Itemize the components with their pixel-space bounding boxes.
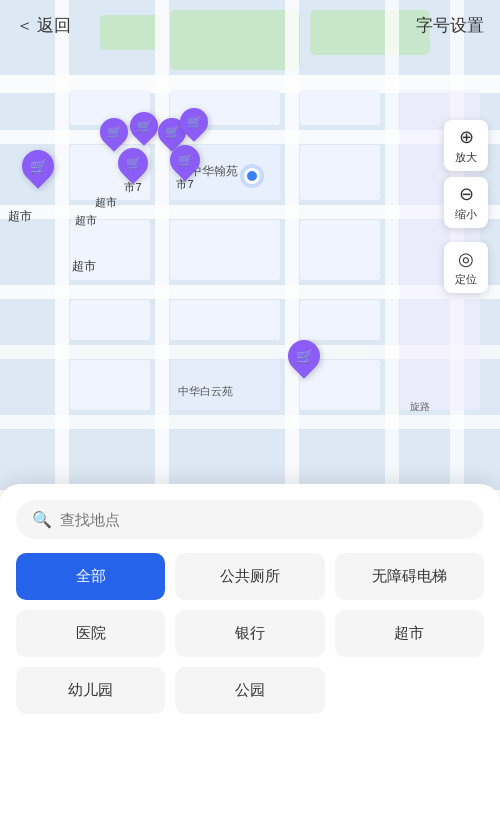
zoom-in-button[interactable]: ⊕ 放大: [444, 120, 488, 171]
zoom-out-icon: ⊖: [459, 183, 474, 205]
locate-label: 定位: [455, 272, 477, 287]
bottom-panel: 🔍 全部 公共厕所 无障碍电梯 医院 银行 超市 幼儿园 公园: [0, 484, 500, 824]
category-grid: 全部 公共厕所 无障碍电梯 医院 银行 超市 幼儿园 公园: [16, 553, 484, 714]
svg-rect-13: [385, 0, 399, 490]
svg-text:超市: 超市: [8, 209, 32, 223]
user-location-dot: [244, 168, 260, 184]
svg-text:旋路: 旋路: [410, 401, 430, 412]
search-input[interactable]: [60, 511, 468, 528]
category-button-elevator[interactable]: 无障碍电梯: [335, 553, 484, 600]
map-controls: ⊕ 放大 ⊖ 缩小 ◎ 定位: [444, 120, 488, 293]
search-bar[interactable]: 🔍: [16, 500, 484, 539]
svg-rect-23: [300, 90, 380, 125]
map-pin[interactable]: 🛒: [100, 118, 128, 146]
svg-text:中华白云苑: 中华白云苑: [178, 385, 233, 397]
category-button-supermarket[interactable]: 超市: [335, 610, 484, 657]
category-button-toilet[interactable]: 公共厕所: [175, 553, 324, 600]
map-pin[interactable]: 🛒: [180, 108, 208, 136]
svg-rect-26: [300, 300, 380, 340]
search-icon: 🔍: [32, 510, 52, 529]
zoom-out-button[interactable]: ⊖ 缩小: [444, 177, 488, 228]
svg-rect-25: [300, 220, 380, 280]
svg-rect-21: [170, 220, 280, 280]
zoom-out-label: 缩小: [455, 207, 477, 222]
category-button-bank[interactable]: 银行: [175, 610, 324, 657]
map-text-label: 超市: [75, 213, 97, 228]
map-text-label: 超市: [95, 195, 117, 210]
svg-rect-18: [70, 300, 150, 340]
map-area[interactable]: 中华翰苑 中华白云苑 旋路 超市 超市 🛒 🛒 🛒 🛒 🛒 🛒 市7 🛒 市7 …: [0, 0, 500, 490]
svg-rect-24: [300, 145, 380, 200]
category-button-kindergarten[interactable]: 幼儿园: [16, 667, 165, 714]
locate-button[interactable]: ◎ 定位: [444, 242, 488, 293]
map-pin[interactable]: 🛒: [130, 112, 158, 140]
svg-text:超市: 超市: [72, 259, 96, 273]
header: ＜ 返回 字号设置: [0, 0, 500, 50]
page-title: 字号设置: [416, 14, 484, 37]
map-pin[interactable]: 🛒 市7: [118, 148, 148, 195]
map-pin[interactable]: 🛒: [22, 150, 54, 182]
back-label: 返回: [37, 14, 71, 37]
category-button-park[interactable]: 公园: [175, 667, 324, 714]
category-button-hospital[interactable]: 医院: [16, 610, 165, 657]
locate-icon: ◎: [458, 248, 474, 270]
svg-rect-11: [155, 0, 169, 490]
svg-rect-12: [285, 0, 299, 490]
map-pin[interactable]: 🛒: [288, 340, 320, 372]
map-svg: 中华翰苑 中华白云苑 旋路 超市 超市: [0, 0, 500, 490]
svg-rect-22: [170, 300, 280, 340]
svg-rect-10: [55, 0, 69, 490]
zoom-in-label: 放大: [455, 150, 477, 165]
map-pin[interactable]: 🛒 市7: [170, 145, 200, 192]
category-button-empty: [335, 667, 484, 714]
zoom-in-icon: ⊕: [459, 126, 474, 148]
svg-rect-9: [0, 415, 500, 429]
svg-rect-29: [70, 360, 150, 410]
back-chevron-icon: ＜: [16, 14, 33, 37]
back-button[interactable]: ＜ 返回: [16, 14, 71, 37]
category-button-all[interactable]: 全部: [16, 553, 165, 600]
